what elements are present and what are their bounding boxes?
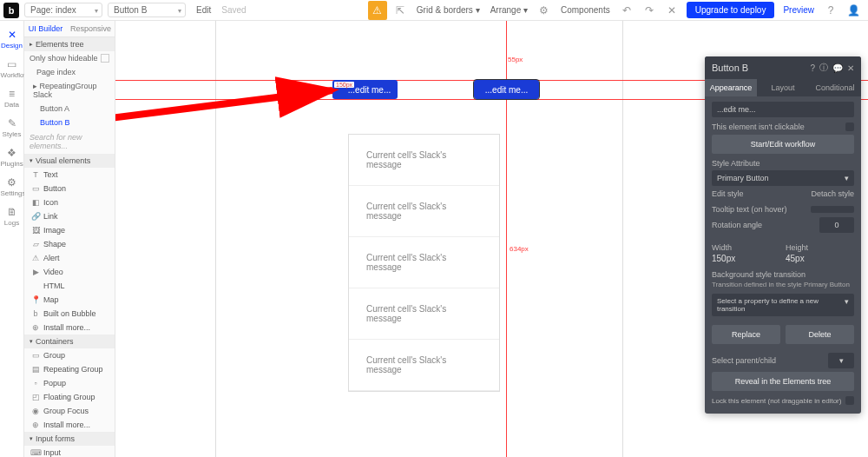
help-icon[interactable]: ? (810, 63, 815, 73)
tooltip-input[interactable] (811, 206, 854, 213)
info-icon[interactable]: ⓘ (819, 62, 828, 74)
issues-icon[interactable]: ⚠ (368, 1, 387, 20)
palette-icon[interactable]: ◧Icon (24, 195, 115, 209)
replace-button[interactable]: Replace (712, 325, 780, 344)
style-select[interactable]: Primary Button▾ (712, 170, 854, 186)
select-parent-label: Select parent/child (712, 356, 776, 365)
elements-tree-header[interactable]: ▸Elements tree (24, 37, 115, 51)
nav-rail: ✕Design▭Workflow≡Data✎Styles❖Plugins⚙Set… (0, 21, 24, 457)
arrange-menu[interactable]: Arrange ▾ (490, 5, 528, 15)
tab-conditional[interactable]: Conditional (809, 79, 861, 96)
palette-install-more-[interactable]: ⊕Install more... (24, 321, 115, 334)
edit-style-link[interactable]: Edit style (712, 189, 744, 198)
palette-floating-group[interactable]: ◰Floating Group (24, 390, 115, 404)
palette-group[interactable]: ▭Group (24, 348, 115, 362)
reveal-button[interactable]: Reveal in the Elements tree (712, 372, 854, 391)
user-icon[interactable]: 👤 (844, 1, 863, 20)
palette-image[interactable]: 🖼Image (24, 223, 115, 237)
tab-appearance[interactable]: Appearance (705, 79, 757, 96)
palette-input[interactable]: ⌨Input (24, 446, 115, 457)
section-header[interactable]: ▾Visual elements (24, 154, 115, 168)
search-elements[interactable]: Search for new elements... (24, 129, 115, 154)
rg-cell[interactable]: Current cell's Slack's message (349, 186, 499, 237)
comment-icon[interactable]: 💬 (832, 63, 843, 73)
only-show-hideable[interactable]: Only show hideable (24, 51, 115, 65)
section-header[interactable]: ▾Input forms (24, 432, 115, 446)
tab-ui-builder[interactable]: UI Builder (24, 21, 67, 36)
grid-borders[interactable]: Grid & borders ▾ (417, 5, 480, 15)
caption-input[interactable]: ...edit me... (712, 102, 854, 117)
hierarchy-icon[interactable]: ⇱ (391, 1, 410, 20)
size-tag: 150px (334, 82, 354, 88)
delete-button[interactable]: Delete (786, 325, 854, 344)
canvas-button-b[interactable]: ...edit me... (474, 80, 539, 99)
tree-button-b[interactable]: Button B (24, 116, 115, 129)
palette-link[interactable]: 🔗Link (24, 209, 115, 223)
section-header[interactable]: ▾Containers (24, 334, 115, 348)
tree-page[interactable]: Page index (24, 65, 115, 79)
preview-link[interactable]: Preview (783, 5, 814, 15)
tree-button-a[interactable]: Button A (24, 102, 115, 116)
page-selector[interactable]: Page: index▾ (24, 3, 102, 17)
canvas-button-a[interactable]: 150px ...edit me... (332, 80, 398, 99)
palette-alert[interactable]: ⚠Alert (24, 251, 115, 265)
palette-install-more-[interactable]: ⊕Install more... (24, 418, 115, 432)
tree-rg[interactable]: ▸ RepeatingGroup Slack (24, 79, 115, 102)
rail-plugins[interactable]: ❖Plugins (1, 142, 23, 172)
palette-html[interactable]: HTML (24, 279, 115, 293)
lock-checkbox[interactable] (845, 396, 854, 405)
close-icon[interactable]: ✕ (662, 1, 681, 20)
palette-map[interactable]: 📍Map (24, 293, 115, 307)
tooltip-label: Tooltip text (on hover) (712, 205, 787, 214)
rail-logs[interactable]: 🗎Logs (1, 202, 23, 231)
logo-icon[interactable]: b (3, 3, 19, 18)
palette-group-focus[interactable]: ◉Group Focus (24, 404, 115, 418)
height-label: Height (786, 243, 854, 252)
palette-text[interactable]: TText (24, 168, 115, 182)
lock-label: Lock this element (not draggable in edit… (712, 397, 841, 405)
rail-workflow[interactable]: ▭Workflow (1, 54, 23, 83)
rg-cell[interactable]: Current cell's Slack's message (349, 288, 499, 340)
palette-button[interactable]: ▭Button (24, 182, 115, 195)
clickable-row[interactable]: This element isn't clickable (712, 123, 854, 131)
element-selector[interactable]: Button B▾ (108, 3, 186, 17)
height-value: 45px (786, 254, 854, 263)
palette-shape[interactable]: ▱Shape (24, 237, 115, 251)
new-transition-select[interactable]: Select a property to define a new transi… (712, 294, 854, 316)
repeating-group[interactable]: Current cell's Slack's messageCurrent ce… (348, 134, 500, 392)
palette-built-on-bubble[interactable]: bBuilt on Bubble (24, 307, 115, 321)
tab-responsive[interactable]: Responsive (67, 21, 115, 36)
saved-status: Saved (221, 5, 246, 15)
width-value: 150px (712, 254, 780, 263)
pe-header[interactable]: Button B ? ⓘ 💬 ✕ (705, 56, 861, 79)
rg-cell[interactable]: Current cell's Slack's message (349, 237, 499, 288)
rg-cell[interactable]: Current cell's Slack's message (349, 340, 499, 391)
width-label: Width (712, 243, 780, 252)
palette-video[interactable]: ▶Video (24, 265, 115, 279)
rail-settings[interactable]: ⚙Settings (1, 172, 23, 202)
start-workflow-button[interactable]: Start/Edit workflow (712, 135, 854, 154)
components-link[interactable]: Components (561, 5, 610, 15)
dim-top: 55px (508, 56, 523, 63)
edit-link[interactable]: Edit (196, 5, 211, 15)
components-icon[interactable]: ⚙ (535, 1, 554, 20)
close-icon[interactable]: ✕ (847, 63, 854, 73)
palette-popup[interactable]: ▫Popup (24, 376, 115, 390)
rotation-input[interactable]: 0 (819, 217, 854, 233)
rail-styles[interactable]: ✎Styles (1, 113, 23, 142)
style-attr-label: Style Attribute (712, 159, 854, 168)
tab-layout[interactable]: Layout (757, 79, 809, 96)
deploy-button[interactable]: Upgrade to deploy (687, 2, 775, 18)
palette-repeating-group[interactable]: ▤Repeating Group (24, 362, 115, 376)
redo-icon[interactable]: ↷ (640, 1, 659, 20)
rail-data[interactable]: ≡Data (1, 83, 23, 113)
rotation-label: Rotation angle (712, 221, 762, 229)
detach-style-link[interactable]: Detach style (811, 189, 854, 198)
help-icon[interactable]: ? (821, 1, 840, 20)
parent-select[interactable]: ▾ (828, 353, 854, 368)
undo-icon[interactable]: ↶ (617, 1, 636, 20)
rg-cell[interactable]: Current cell's Slack's message (349, 135, 499, 186)
rail-design[interactable]: ✕Design (1, 24, 23, 54)
left-panel: UI Builder Responsive ▸Elements tree Onl… (24, 21, 115, 457)
bg-trans-label: Background style transition (712, 270, 854, 279)
